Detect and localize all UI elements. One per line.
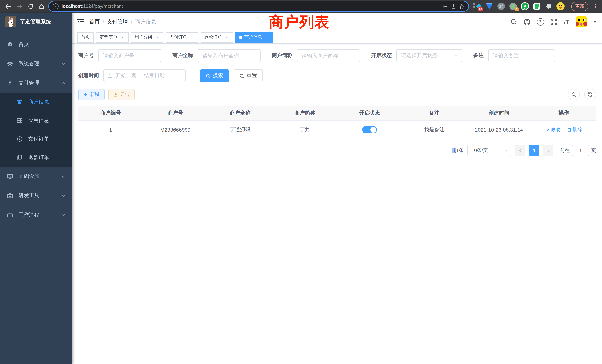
extension-gem-icon[interactable] [485,2,493,10]
full-name-input[interactable] [202,53,256,59]
sidebar-item-merchant-info[interactable]: 商户信息 [0,93,72,111]
gear-icon [7,61,13,67]
calendar-icon [108,73,113,78]
browser-menu-icon[interactable]: ⋮ [593,3,598,10]
cell-remark: 我是备注 [402,126,466,133]
chrome-update-button[interactable]: 更新 [571,2,588,11]
help-icon[interactable]: ? [537,18,544,26]
tab-merchant-info-active[interactable]: 商户信息 × [235,32,273,43]
dashboard-icon [7,42,13,47]
cell-short-name: 芋艿 [272,126,337,133]
browser-home-button[interactable] [37,2,46,11]
pagination-goto: 前往 页 [560,145,596,156]
share-icon[interactable] [451,3,456,9]
cell-merchant-no: M233666999 [143,127,208,133]
sidebar-item-dev-tools[interactable]: 研发工具 [0,186,72,205]
close-icon[interactable]: × [264,35,269,40]
address-bar[interactable]: i localhost:1024/pay/merchant [48,1,469,12]
tab-refund-order[interactable]: 退款订单 × [201,32,233,43]
filter-status: 开启状态 请选择开启状态 [371,49,462,62]
remark-input[interactable] [493,53,550,59]
search-button-label: 搜索 [213,72,223,79]
extension-y-icon[interactable]: y [521,2,529,10]
password-key-icon[interactable] [442,3,448,9]
sidebar-item-system[interactable]: 系统管理 [0,54,72,73]
question-glyph: ? [539,19,542,24]
date-range-picker[interactable]: 开始日期 - 结束日期 [103,69,186,82]
sidebar-item-app-info[interactable]: 应用信息 [0,111,72,130]
status-toggle[interactable] [362,126,377,133]
font-size-icon[interactable]: TT [563,19,569,25]
short-name-input[interactable] [302,53,355,59]
extension-notes-icon[interactable] [533,2,541,10]
extension-command-icon[interactable]: ⌘ [497,2,505,10]
bookmark-star-icon[interactable] [459,3,464,9]
sidebar-toggle-icon[interactable] [77,19,84,25]
chevron-down-icon [61,62,66,66]
pagination-total: 共1条 [452,147,464,154]
cell-id: 1 [78,127,143,133]
prev-page-button[interactable] [515,145,525,156]
chevron-down-icon [504,149,508,152]
user-avatar[interactable] [576,16,587,27]
extension-pie-icon[interactable]: 1 [509,2,517,10]
filter-remark: 备注 [473,49,555,62]
search-button[interactable]: 搜索 [200,69,229,82]
tab-pay-order[interactable]: 支付订单 × [166,32,198,43]
sidebar-item-label: 工作流程 [19,212,56,218]
breadcrumb-home[interactable]: 首页 [89,19,100,25]
user-menu-caret-icon[interactable] [593,21,597,23]
tags-view-bar: 首页 流程表单 × 用户分组 × 支付订单 × 退款订单 × [72,31,602,44]
current-page-button[interactable]: 1 [529,145,539,156]
col-header-remark: 备注 [402,110,466,116]
extension-tabs-square [473,6,475,8]
header-search-icon[interactable] [510,19,517,25]
reset-button[interactable]: 重置 [234,69,263,82]
browser-profile-avatar[interactable] [556,2,565,10]
tab-process-form[interactable]: 流程表单 × [96,32,129,43]
sidebar-item-infrastructure[interactable]: 基础设施 [0,167,72,186]
close-icon[interactable]: × [189,35,195,40]
page-size-select[interactable]: 10条/页 [467,145,511,156]
status-select[interactable]: 请选择开启状态 [396,49,462,62]
sidebar-item-workflow[interactable]: 工作流程 [0,205,72,225]
filter-full-name: 商户全称 [172,49,261,62]
close-icon[interactable]: × [224,35,229,40]
merchant-no-input[interactable] [103,53,156,59]
extension-tabs-icon[interactable]: 10 [473,2,482,10]
browser-back-button[interactable] [4,2,13,11]
show-search-toggle-button[interactable] [568,89,580,100]
sidebar-item-label: 支付管理 [19,80,56,86]
breadcrumb-payment[interactable]: 支付管理 [107,19,128,25]
sidebar-item-payment[interactable]: ¥ 支付管理 [0,73,72,93]
extensions-puzzle-icon[interactable] [545,2,553,10]
col-header-status: 开启状态 [337,110,402,116]
export-button[interactable]: 导出 [108,89,135,100]
sidebar-item-refund-order[interactable]: 退款订单 [0,148,72,167]
close-icon[interactable]: × [155,35,160,40]
site-info-icon[interactable]: i [53,3,59,9]
close-icon[interactable]: × [120,35,125,40]
sidebar-item-pay-order[interactable]: 支付订单 [0,130,72,148]
chevron-down-icon [61,213,66,217]
browser-reload-button[interactable] [26,2,35,11]
github-icon[interactable] [523,18,530,25]
col-header-actions: 操作 [531,110,596,116]
edit-link-label: 修改 [551,126,560,133]
browser-forward-button[interactable] [15,2,24,11]
field-label: 商户简称 [272,52,297,59]
tab-user-group[interactable]: 用户分组 × [131,32,163,43]
add-button[interactable]: 新增 [78,89,105,100]
refresh-table-button[interactable] [584,89,596,100]
sidebar-item-home[interactable]: 首页 [0,35,72,54]
breadcrumb-separator: / [103,19,104,25]
next-page-button[interactable] [543,145,553,156]
tab-home[interactable]: 首页 [77,32,94,43]
sidebar-logo-row[interactable]: 芋道管理系统 [0,13,72,31]
delete-link[interactable]: 删除 [567,126,582,133]
date-start-placeholder: 开始日期 [116,72,136,79]
goto-page-input[interactable] [572,145,589,156]
breadcrumb-separator: / [131,19,132,25]
edit-link[interactable]: 修改 [545,126,560,133]
fullscreen-icon[interactable] [550,19,557,25]
